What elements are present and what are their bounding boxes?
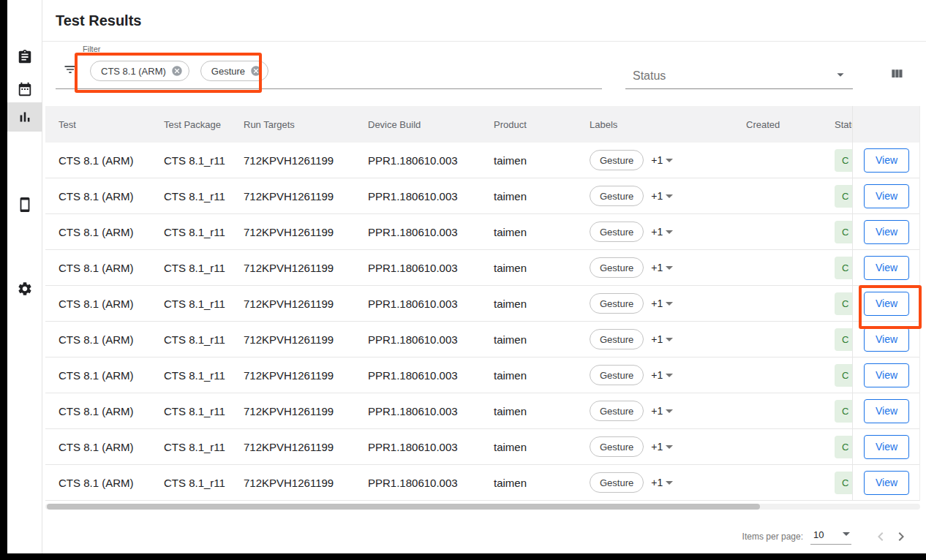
remove-chip-icon[interactable] — [171, 65, 183, 77]
view-button[interactable]: View — [864, 220, 909, 244]
status-badge: C — [835, 328, 852, 351]
labels-more-toggle[interactable]: +1 — [651, 405, 673, 417]
clipboard-icon — [17, 49, 33, 65]
cell-labels: Gesture +1 — [576, 286, 733, 321]
view-button[interactable]: View — [864, 148, 909, 173]
filter-icon[interactable] — [63, 62, 78, 80]
status-filter-dropdown[interactable]: Status — [625, 42, 853, 89]
cell-test-package: CTS 8.1_r11 — [151, 143, 230, 178]
cell-run-targets: 712KPVH1261199 — [230, 357, 355, 393]
cell-status: C — [821, 465, 852, 500]
cell-actions: View — [852, 429, 920, 464]
cell-created — [733, 214, 821, 249]
labels-more-toggle[interactable]: +1 — [651, 441, 673, 453]
labels-more-toggle[interactable]: +1 — [651, 298, 673, 309]
status-badge: C — [835, 292, 852, 315]
filter-underline — [56, 88, 602, 89]
cell-test: CTS 8.1 (ARM) — [45, 393, 151, 428]
view-button[interactable]: View — [864, 256, 909, 280]
status-badge: C — [835, 436, 852, 458]
view-button[interactable]: View — [864, 363, 909, 387]
table-row: CTS 8.1 (ARM) CTS 8.1_r11 712KPVH1261199… — [45, 357, 919, 393]
main-content: Test Results Filter CTS 8.1 (ARM) Gestur… — [42, 0, 926, 553]
cell-labels: Gesture +1 — [576, 214, 733, 249]
cell-run-targets: 712KPVH1261199 — [230, 393, 355, 428]
label-chip: Gesture — [590, 329, 644, 349]
filter-chip[interactable]: Gesture — [200, 61, 268, 81]
labels-more-toggle[interactable]: +1 — [651, 477, 673, 488]
view-button[interactable]: View — [864, 184, 909, 208]
cell-test-package: CTS 8.1_r11 — [151, 429, 230, 464]
view-button[interactable]: View — [864, 292, 909, 316]
cell-device-build: PPR1.180610.003 — [355, 393, 481, 428]
cell-status: C — [821, 250, 852, 285]
column-header-status: Status — [821, 106, 852, 143]
labels-more-toggle[interactable]: +1 — [651, 369, 673, 381]
scrollbar-thumb[interactable] — [47, 504, 760, 510]
filter-chip[interactable]: CTS 8.1 (ARM) — [90, 61, 189, 81]
calendar-icon — [17, 81, 33, 97]
view-columns-button[interactable] — [889, 67, 904, 84]
cell-created — [733, 250, 821, 285]
cell-product: taimen — [481, 322, 576, 357]
labels-more-toggle[interactable]: +1 — [651, 333, 673, 345]
dropdown-arrow-icon — [843, 532, 850, 536]
cell-actions: View — [852, 357, 920, 393]
status-badge: C — [835, 185, 852, 208]
sidebar-item-plans[interactable] — [7, 75, 42, 104]
label-chip: Gesture — [590, 257, 644, 278]
cell-created — [733, 465, 821, 500]
cell-run-targets: 712KPVH1261199 — [230, 214, 355, 249]
cell-labels: Gesture +1 — [576, 143, 733, 178]
status-badge: C — [835, 257, 852, 279]
label-chip: Gesture — [590, 186, 644, 206]
cell-actions: View — [852, 465, 920, 500]
remove-chip-icon[interactable] — [250, 65, 262, 77]
label-chip: Gesture — [590, 150, 644, 170]
letterbox-left — [0, 0, 7, 560]
column-header-actions — [852, 106, 920, 143]
cell-device-build: PPR1.180610.003 — [355, 286, 481, 321]
labels-more-count: +1 — [651, 226, 663, 238]
view-button[interactable]: View — [864, 471, 909, 495]
dropdown-arrow-icon — [832, 67, 848, 83]
cell-product: taimen — [481, 286, 576, 321]
items-per-page-value: 10 — [813, 529, 824, 540]
view-button[interactable]: View — [864, 399, 909, 423]
view-button[interactable]: View — [864, 328, 909, 352]
filter-toolbar: Filter CTS 8.1 (ARM) Gesture Status — [42, 42, 926, 106]
cell-device-build: PPR1.180610.003 — [355, 178, 481, 213]
cell-product: taimen — [481, 214, 576, 249]
items-per-page-select[interactable]: 10 — [810, 529, 851, 545]
sidebar-item-devices[interactable] — [7, 190, 42, 219]
previous-page-button[interactable] — [870, 526, 891, 547]
filter-chip-label: CTS 8.1 (ARM) — [101, 66, 166, 77]
sidebar-item-settings[interactable] — [7, 274, 42, 303]
view-button[interactable]: View — [864, 435, 909, 459]
filter-chips: CTS 8.1 (ARM) Gesture — [90, 61, 268, 81]
cell-device-build: PPR1.180610.003 — [355, 143, 481, 178]
items-per-page-label: Items per page: — [742, 531, 803, 542]
cell-test: CTS 8.1 (ARM) — [45, 178, 151, 213]
labels-more-toggle[interactable]: +1 — [651, 154, 673, 166]
cell-created — [733, 322, 821, 357]
cell-created — [733, 357, 821, 393]
cell-created — [733, 178, 821, 213]
labels-more-count: +1 — [651, 369, 663, 381]
column-header-test-package: Test Package — [151, 106, 230, 143]
chevron-down-icon — [666, 159, 673, 162]
labels-more-count: +1 — [651, 441, 663, 453]
cell-test-package: CTS 8.1_r11 — [151, 214, 230, 249]
labels-more-toggle[interactable]: +1 — [651, 262, 673, 273]
chevron-down-icon — [666, 266, 673, 270]
labels-more-count: +1 — [651, 262, 663, 273]
cell-labels: Gesture +1 — [576, 393, 733, 428]
labels-more-toggle[interactable]: +1 — [651, 190, 673, 202]
sidebar-item-test-results[interactable] — [7, 102, 42, 132]
cell-created — [733, 429, 821, 464]
cell-product: taimen — [481, 429, 576, 464]
cell-status: C — [821, 357, 852, 393]
next-page-button[interactable] — [891, 526, 911, 547]
labels-more-toggle[interactable]: +1 — [651, 226, 673, 238]
sidebar-item-tests[interactable] — [7, 42, 42, 72]
